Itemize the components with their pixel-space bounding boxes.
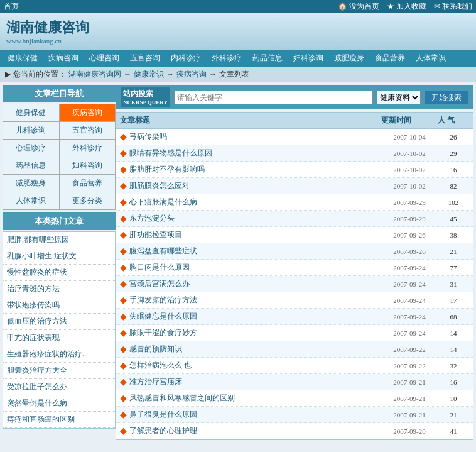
hot-item-7[interactable]: 生殖器疱疹症状的治疗... [3,346,115,363]
sidebar-nav-item-9[interactable]: 食品营养 [60,175,116,192]
article-views: 16 [438,166,469,174]
sidebar-nav-item-6[interactable]: 药品信息 [3,157,59,174]
article-date: 2007-09-21 [381,411,438,419]
article-title-cell: ◆ 鼻子很臭是什么原因 [120,409,381,420]
hot-item-2[interactable]: 慢性盆腔炎的症状 [3,265,115,281]
sidebar-nav-grid: 健身保健 疾病咨询 儿科诊询 五官咨询 心理诊疗 外科诊疗 药品信息 妇科咨询 … [3,104,116,210]
article-title-link[interactable]: 失眠健忘是什么原因 [129,311,197,322]
breadcrumb-link-2[interactable]: 疾病咨询 [176,69,207,80]
article-title-link[interactable]: 脓眼干涩的食疗妙方 [129,328,197,338]
article-views: 10 [438,395,469,402]
article-title-link[interactable]: 腹泻盘查有哪些症状 [129,246,197,256]
article-title-link[interactable]: 准方治疗宫庙床 [129,377,182,387]
header: 湖南健康咨询 www.hnjiankang.cn [0,13,476,50]
article-date: 2007-09-22 [381,362,438,370]
table-row: ◆ 怎样治病泡么么 也 2007-09-22 32 [116,358,473,374]
breadcrumb-link-0[interactable]: 湖南健康咨询网 [68,69,121,80]
article-views: 82 [438,182,469,190]
article-title-link[interactable]: 怎样治病泡么么 也 [129,360,192,371]
article-title-cell: ◆ 东方泡淀分头 [120,213,381,224]
article-dot: ◆ [120,278,127,289]
nav-item-6[interactable]: 药品信息 [247,51,288,65]
article-title-link[interactable]: 风热感冒和风寒感冒之间的区别 [129,393,235,404]
article-title-link[interactable]: 弓病传染吗 [129,131,167,142]
nav-item-1[interactable]: 疾病咨询 [43,51,84,65]
article-title-link[interactable]: 眼睛有异物感是什么原因 [129,148,212,158]
article-date: 2007-09-29 [381,199,438,206]
sidebar-nav-item-3[interactable]: 五官咨询 [60,122,116,139]
hot-item-9[interactable]: 受凉拉肚子怎么办 [3,379,115,395]
hot-item-1[interactable]: 乳腺小叶增生 症状文 [3,248,115,265]
nav-item-7[interactable]: 妇科诊询 [288,51,328,65]
article-title-cell: ◆ 准方治疗宫庙床 [120,377,381,387]
article-title-cell: ◆ 脓眼干涩的食疗妙方 [120,328,381,338]
col-views: 人 气 [438,115,469,126]
nav-item-9[interactable]: 食品营养 [370,51,410,65]
hot-item-0[interactable]: 肥胖,都有哪些原因 [3,232,115,248]
sidebar-hot-title: 本类热门文章 [3,212,116,230]
hot-item-10[interactable]: 突然晕倒是什么病 [3,395,115,412]
article-dot: ◆ [120,164,127,175]
article-title-link[interactable]: 脂肪肝对不孕有影响吗 [129,164,205,175]
article-title-cell: ◆ 弓病传染吗 [120,131,381,142]
hot-item-8[interactable]: 胆囊炎治疗方大全 [3,363,115,379]
top-bar-link-home[interactable]: 🏠 没为首页 [338,1,379,12]
sidebar-nav-item-7[interactable]: 妇科咨询 [60,157,116,174]
article-title-link[interactable]: 肌筋膜炎怎么应对 [129,180,190,191]
sidebar-nav-item-4[interactable]: 心理诊疗 [3,140,59,157]
top-bar-home[interactable]: 首页 [4,1,19,12]
nav-item-8[interactable]: 减肥瘦身 [329,51,369,65]
article-dot: ◆ [120,426,127,436]
article-title-link[interactable]: 心下痞胀满是什么病 [129,197,197,207]
sidebar-nav-item-2[interactable]: 儿科诊询 [3,122,59,139]
breadcrumb-prefix: 您当前的位置： [13,69,66,80]
logo: 湖南健康咨询 www.hnjiankang.cn [6,18,89,45]
hot-item-4[interactable]: 带状疱疹传染吗 [3,297,115,314]
article-title-link[interactable]: 宫颈后宫满怎么办 [129,278,190,289]
sidebar-nav-item-0[interactable]: 健身保健 [3,104,59,121]
nav-item-4[interactable]: 内科诊疗 [166,51,206,65]
article-views: 21 [438,248,469,255]
article-title-link[interactable]: 手脚发凉的治疗方法 [129,295,197,306]
article-title-link[interactable]: 肝功能检查项目 [129,229,182,240]
sidebar-nav-item-1[interactable]: 疾病咨询 [60,104,116,121]
hot-item-3[interactable]: 治疗青斑的方法 [3,281,115,297]
search-logo-title: 站内搜索 [123,89,168,99]
table-row: ◆ 弓病传染吗 2007-10-04 26 [116,129,473,145]
breadcrumb-sep-2: → [209,70,217,79]
article-views: 21 [438,411,469,419]
article-views: 14 [438,329,469,337]
breadcrumb-link-1[interactable]: 健康常识 [134,69,164,80]
nav-item-5[interactable]: 外科诊疗 [207,51,247,65]
article-views: 38 [438,231,469,239]
hot-item-6[interactable]: 甲亢的症状表现 [3,330,115,346]
article-title-link[interactable]: 感冒的预防知识 [129,344,182,355]
sidebar-nav-item-5[interactable]: 外科诊疗 [60,140,116,157]
sidebar-nav-item-11[interactable]: 更多分类 [60,192,116,209]
nav-item-2[interactable]: 心理咨询 [84,51,124,65]
nav-item-0[interactable]: 健康保健 [3,51,43,65]
search-select[interactable]: 健康资料 [377,91,421,104]
article-title-link[interactable]: 了解患者的心理护理 [129,426,197,436]
top-bar-link-bookmark[interactable]: ★ 加入收藏 [387,1,426,12]
article-title-link[interactable]: 胸口闷是什么原因 [129,262,190,273]
article-views: 26 [438,133,469,141]
article-title-cell: ◆ 肝功能检查项目 [120,229,381,240]
nav-item-10[interactable]: 人体常识 [411,51,451,65]
sidebar-nav-item-10[interactable]: 人体常识 [3,192,59,209]
article-title-link[interactable]: 鼻子很臭是什么原因 [129,409,197,420]
article-title-link[interactable]: 东方泡淀分头 [129,213,175,224]
article-dot: ◆ [120,295,127,306]
article-title-cell: ◆ 腹泻盘查有哪些症状 [120,246,381,256]
article-views: 14 [438,346,469,353]
main-content: 文章栏目导航 健身保健 疾病咨询 儿科诊询 五官咨询 心理诊疗 外科诊疗 药品信… [0,82,476,443]
hot-item-11[interactable]: 痔疮和直肠癌的区别 [3,412,115,428]
top-bar-link-contact[interactable]: ✉ 联系我们 [434,1,472,12]
hot-item-5[interactable]: 低血压的治疗方法 [3,314,115,330]
sidebar-nav-item-8[interactable]: 减肥瘦身 [3,175,59,192]
nav-item-3[interactable]: 五官咨询 [125,51,165,65]
search-input[interactable] [174,91,373,104]
article-date: 2007-09-26 [381,231,438,239]
table-row: ◆ 感冒的预防知识 2007-09-22 14 [116,341,473,358]
search-button[interactable]: 开始搜索 [425,91,468,104]
